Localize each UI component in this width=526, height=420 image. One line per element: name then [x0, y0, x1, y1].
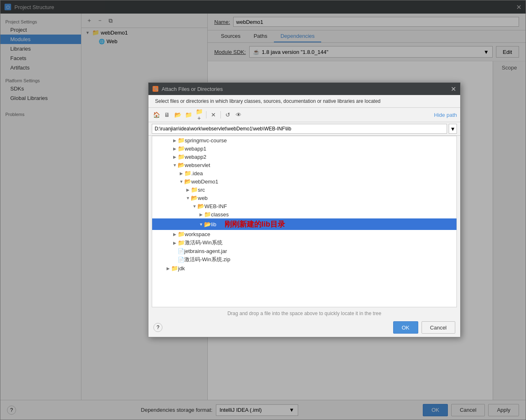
file-icon-jetbrains: 📄 — [178, 248, 184, 254]
tree-label-jihuoma-win: 激活码-Win系统 — [185, 239, 222, 246]
folder-icon-springmvc: 📁 — [178, 137, 185, 144]
tree-label-src: src — [198, 187, 205, 193]
dialog-overlay: 📎 Attach Files or Directories ✕ Select f… — [0, 0, 526, 420]
toolbar-separator-1 — [206, 111, 206, 118]
tree-label-webinf: WEB-INF — [204, 203, 227, 209]
dialog-newfolder-button[interactable]: 📂 — [173, 110, 182, 119]
dialog-delete-button[interactable]: ✕ — [209, 110, 218, 119]
tree-item-idea[interactable]: ▶ 📁 .idea — [152, 169, 456, 177]
folder-icon-webapp2: 📁 — [178, 153, 185, 160]
folder-icon-jihuoma-win: 📁 — [178, 239, 185, 246]
folder-icon-webdemo1-tree: 📂 — [184, 178, 191, 185]
dialog-path-input[interactable] — [152, 124, 447, 134]
dialog-close-button[interactable]: ✕ — [451, 85, 456, 93]
expand-icon-jihuoma-win: ▶ — [172, 241, 178, 245]
tree-item-webinf[interactable]: ▼ 📂 WEB-INF — [152, 202, 456, 210]
tree-label-webapp1: webapp1 — [185, 146, 206, 152]
attach-files-dialog: 📎 Attach Files or Directories ✕ Select f… — [148, 82, 461, 337]
dialog-bottom: ? OK Cancel — [148, 318, 460, 337]
tree-item-jihuoma-zip[interactable]: 📄 激活码-Win系统.zip — [152, 255, 456, 264]
expand-icon-web: ▼ — [185, 196, 191, 200]
expand-icon-jetbrains — [172, 249, 178, 253]
tree-label-jdk: jdk — [178, 265, 185, 271]
folder-icon-workspace: 📁 — [178, 231, 185, 237]
folder-icon-lib: 📂 — [204, 221, 211, 227]
folder-icon-jdk: 📁 — [171, 265, 178, 271]
dialog-cancel-button[interactable]: Cancel — [422, 321, 455, 334]
tree-label-webdemo1-tree: webDemo1 — [191, 179, 218, 185]
dialog-title-bar: 📎 Attach Files or Directories ✕ — [148, 83, 460, 95]
folder-icon-webapp1: 📁 — [178, 145, 185, 152]
expand-icon-idea: ▶ — [178, 171, 184, 176]
tree-item-webapp1[interactable]: ▶ 📁 webapp1 — [152, 144, 456, 153]
expand-icon-lib: ▼ — [198, 222, 204, 227]
tree-item-jetbrains-agent[interactable]: 📄 jetbrains-agent.jar — [152, 247, 456, 255]
dialog-home-button[interactable]: 🏠 — [152, 110, 161, 119]
dialog-path-bar: ▼ — [148, 122, 460, 136]
hide-path-link[interactable]: Hide path — [434, 112, 457, 118]
expand-icon-webapp2: ▶ — [172, 155, 178, 159]
expand-icon-jdk: ▶ — [165, 266, 171, 271]
tree-label-springmvc-course: springmvc-course — [185, 137, 227, 144]
tree-label-idea: .idea — [191, 170, 203, 176]
tree-label-jihuoma-zip: 激活码-Win系统.zip — [184, 256, 230, 263]
file-icon-jihuoma-zip: 📄 — [178, 257, 184, 263]
tree-item-webapp2[interactable]: ▶ 📁 webapp2 — [152, 153, 456, 161]
dialog-title: Attach Files or Directories — [162, 86, 223, 92]
tree-item-web[interactable]: ▼ 📂 web — [152, 194, 456, 202]
tree-item-src[interactable]: ▶ 📁 src — [152, 186, 456, 194]
expand-icon-workspace: ▶ — [172, 232, 178, 237]
tree-label-web: web — [198, 195, 208, 201]
expand-icon-webinf: ▼ — [192, 204, 197, 209]
expand-icon-classes: ▶ — [198, 212, 204, 217]
expand-icon-webapp1: ▶ — [172, 146, 178, 151]
tree-label-classes: classes — [211, 211, 229, 218]
tree-label-jetbrains-agent: jetbrains-agent.jar — [184, 248, 227, 254]
expand-icon-springmvc: ▶ — [172, 138, 178, 143]
folder-icon-web: 📂 — [191, 195, 198, 201]
dialog-title-left: 📎 Attach Files or Directories — [153, 86, 223, 92]
dialog-icon: 📎 — [153, 86, 158, 92]
tree-item-jihuoma-win[interactable]: ▶ 📁 激活码-Win系统 — [152, 238, 456, 247]
tree-item-webservlet[interactable]: ▼ 📂 webservlet — [152, 161, 456, 169]
tree-label-lib: lib — [211, 221, 216, 227]
folder-icon-classes: 📁 — [204, 211, 211, 218]
tree-label-webservlet: webservlet — [185, 162, 210, 168]
expand-icon-src: ▶ — [185, 188, 191, 192]
drag-hint: Drag and drop a file into the space abov… — [148, 309, 460, 318]
tree-item-lib[interactable]: ▼ 📂 lib 刚刚新建的lib目录 — [152, 218, 456, 230]
dialog-show-hidden-button[interactable]: 👁 — [234, 110, 243, 119]
folder-icon-webinf: 📂 — [197, 203, 204, 209]
toolbar-separator-2 — [220, 111, 221, 118]
expand-icon-jihuoma-zip — [172, 258, 178, 262]
folder-icon-src: 📁 — [191, 186, 198, 193]
file-tree: ▶ 📁 springmvc-course ▶ 📁 webapp1 ▶ 📁 web… — [152, 136, 457, 307]
dialog-desktop-button[interactable]: 🖥 — [162, 110, 171, 119]
dialog-toolbar: 🏠 🖥 📂 📁 📁+ ✕ ↺ 👁 Hide path — [148, 108, 460, 122]
folder-icon-webservlet: 📂 — [178, 162, 185, 168]
tree-item-jdk[interactable]: ▶ 📁 jdk — [152, 264, 456, 272]
dialog-subtitle: Select files or directories in which lib… — [148, 95, 460, 108]
dialog-create-folder-button[interactable]: 📁+ — [195, 110, 204, 119]
expand-icon-webservlet: ▼ — [172, 163, 178, 167]
dialog-help-button[interactable]: ? — [153, 323, 162, 332]
dialog-refresh-button[interactable]: ↺ — [223, 110, 232, 119]
tree-label-webapp2: webapp2 — [185, 154, 206, 160]
path-dropdown-button[interactable]: ▼ — [449, 124, 457, 134]
tree-item-classes[interactable]: ▶ 📁 classes — [152, 210, 456, 218]
tree-label-workspace: workspace — [185, 231, 210, 237]
tree-item-workspace[interactable]: ▶ 📁 workspace — [152, 230, 456, 238]
dialog-action-buttons: OK Cancel — [393, 321, 455, 334]
tree-item-springmvc-course[interactable]: ▶ 📁 springmvc-course — [152, 136, 456, 144]
expand-icon-webdemo1: ▼ — [178, 179, 184, 184]
tree-item-webdemo1[interactable]: ▼ 📂 webDemo1 — [152, 177, 456, 186]
folder-icon-idea: 📁 — [184, 170, 191, 176]
dialog-upfolder-button[interactable]: 📁 — [184, 110, 193, 119]
annotation-text: 刚刚新建的lib目录 — [225, 219, 285, 229]
dialog-ok-button[interactable]: OK — [393, 321, 418, 334]
